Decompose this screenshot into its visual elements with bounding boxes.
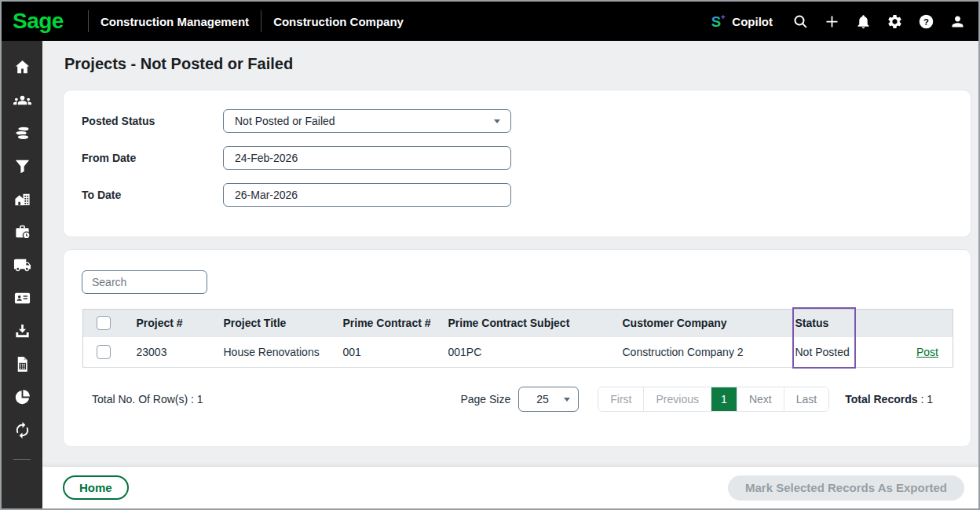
- copilot-icon: S+: [711, 13, 727, 30]
- home-button[interactable]: Home: [63, 475, 129, 500]
- post-link[interactable]: Post: [916, 346, 938, 358]
- to-date-input[interactable]: [223, 183, 511, 207]
- topbar-actions: S+ Copilot ?: [711, 13, 966, 30]
- sidebar-divider: [13, 459, 31, 460]
- total-records-value: : 1: [918, 393, 933, 405]
- from-date-input[interactable]: [223, 146, 511, 170]
- page-size-label: Page Size: [460, 393, 510, 405]
- topbar-divider: [88, 10, 89, 32]
- cell-prime-contract-subject: 001PC: [437, 337, 611, 368]
- chevron-down-icon: [494, 119, 500, 123]
- cell-project-title: House Renovations: [212, 337, 331, 368]
- app-title[interactable]: Construction Management: [101, 15, 249, 28]
- col-prime-contract-no: Prime Contract #: [331, 310, 437, 337]
- buildings-icon[interactable]: [13, 190, 31, 208]
- pagination-next[interactable]: Next: [737, 387, 784, 411]
- app-window: Sage Construction Management Constructio…: [0, 0, 980, 510]
- total-records-text: Total Records : 1: [845, 393, 933, 405]
- pie-chart-icon[interactable]: [13, 388, 31, 406]
- posted-status-row: Posted Status Not Posted or Failed: [82, 109, 971, 133]
- search-input[interactable]: [82, 270, 207, 294]
- col-project-title: Project Title: [212, 310, 331, 337]
- pagination-last[interactable]: Last: [784, 387, 828, 411]
- pagination: First Previous 1 Next Last: [598, 387, 829, 412]
- page-title: Projects - Not Posted or Failed: [64, 55, 971, 73]
- top-bar: Sage Construction Management Constructio…: [2, 2, 978, 41]
- action-bar: Home Mark Selected Records As Exported: [42, 466, 978, 508]
- posted-status-value: Not Posted or Failed: [235, 115, 335, 127]
- home-icon[interactable]: [13, 58, 31, 76]
- col-status: Status: [784, 310, 862, 337]
- pagination-first[interactable]: First: [598, 387, 644, 411]
- to-date-label: To Date: [82, 189, 223, 201]
- settings-icon[interactable]: [887, 13, 903, 30]
- copilot-button[interactable]: S+ Copilot: [711, 13, 773, 30]
- mark-exported-button[interactable]: Mark Selected Records As Exported: [728, 475, 964, 501]
- pagination-controls: Page Size 25 First Previous 1 Next: [460, 387, 933, 412]
- profile-icon[interactable]: [949, 13, 966, 30]
- coins-icon[interactable]: [13, 124, 31, 142]
- from-date-row: From Date: [82, 146, 971, 170]
- svg-text:+: +: [721, 13, 726, 21]
- posted-status-label: Posted Status: [82, 115, 223, 127]
- table-header-row: Project # Project Title Prime Contract #…: [83, 310, 953, 337]
- notifications-icon[interactable]: [855, 13, 872, 30]
- people-icon[interactable]: [13, 91, 31, 109]
- cell-project-no: 23003: [125, 337, 212, 368]
- select-all-checkbox[interactable]: [97, 316, 111, 330]
- from-date-label: From Date: [82, 152, 223, 164]
- table-row[interactable]: 23003 House Renovations 001 001PC Constr…: [83, 337, 953, 368]
- filter-panel: Posted Status Not Posted or Failed From …: [63, 90, 971, 237]
- results-panel: Project # Project Title Prime Contract #…: [63, 249, 971, 447]
- grid-footer: Total No. Of Row(s) : 1 Page Size 25 Fir…: [92, 387, 933, 412]
- page-size-select[interactable]: 25: [518, 387, 579, 412]
- row-checkbox[interactable]: [97, 345, 111, 359]
- cell-status: Not Posted: [784, 337, 862, 368]
- cell-customer-company: Construction Company 2: [611, 337, 784, 368]
- search-icon[interactable]: [792, 13, 809, 30]
- filter-icon[interactable]: [13, 157, 31, 175]
- to-date-row: To Date: [82, 183, 971, 207]
- col-customer-company: Customer Company: [611, 310, 784, 337]
- truck-icon[interactable]: [13, 256, 31, 274]
- sidebar-nav: [2, 41, 42, 508]
- spreadsheet-icon[interactable]: [13, 355, 31, 373]
- col-prime-contract-subject: Prime Contract Subject: [437, 310, 611, 337]
- company-name[interactable]: Construction Company: [273, 15, 404, 28]
- help-icon[interactable]: ?: [918, 13, 934, 30]
- projects-table: Project # Project Title Prime Contract #…: [82, 309, 953, 368]
- briefcase-clock-icon[interactable]: [13, 223, 31, 241]
- add-icon[interactable]: [824, 13, 840, 30]
- copilot-label: Copilot: [732, 15, 773, 28]
- pagination-page-1[interactable]: 1: [711, 387, 737, 411]
- posted-status-select[interactable]: Not Posted or Failed: [223, 109, 511, 133]
- col-actions: [862, 310, 953, 337]
- cell-prime-contract-no: 001: [331, 337, 437, 368]
- pagination-previous[interactable]: Previous: [644, 387, 711, 411]
- page-size-dropdown[interactable]: 25: [519, 387, 578, 411]
- content-area: Projects - Not Posted or Failed Posted S…: [42, 41, 978, 508]
- total-records-label: Total Records: [845, 393, 917, 405]
- col-project-no: Project #: [125, 310, 212, 337]
- download-icon[interactable]: [13, 322, 31, 340]
- sync-icon[interactable]: [13, 421, 31, 439]
- topbar-divider: [261, 10, 261, 32]
- svg-text:?: ?: [923, 17, 929, 26]
- main-content: Projects - Not Posted or Failed Posted S…: [42, 41, 978, 466]
- contact-card-icon[interactable]: [13, 289, 31, 307]
- sage-logo[interactable]: Sage: [13, 9, 64, 34]
- svg-text:S: S: [711, 13, 721, 30]
- total-rows-text: Total No. Of Row(s) : 1: [92, 393, 203, 405]
